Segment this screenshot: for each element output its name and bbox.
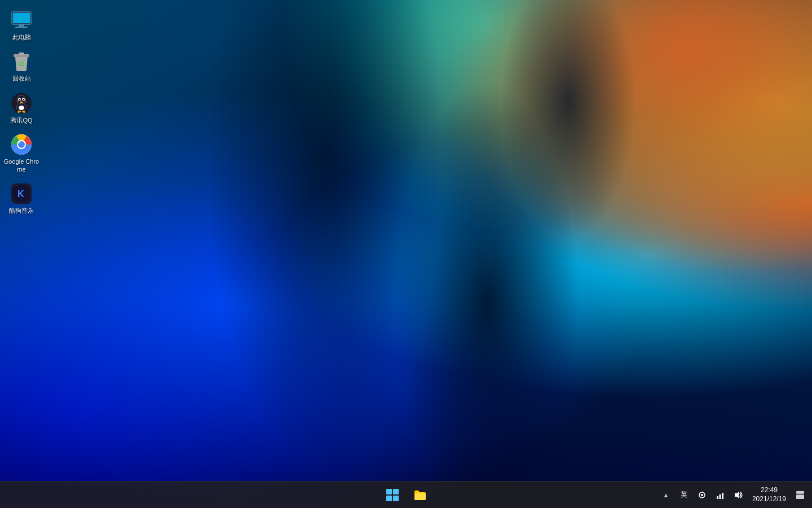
svg-rect-2: [19, 24, 24, 27]
svg-point-13: [17, 100, 19, 102]
network-button[interactable]: [713, 488, 727, 502]
volume-button[interactable]: [731, 488, 745, 502]
qq-icon-label: 腾讯QQ: [10, 116, 32, 124]
kuwo-music-icon: K: [10, 182, 33, 205]
svg-rect-35: [796, 493, 804, 494]
folder-icon: [413, 489, 426, 501]
svg-point-23: [19, 142, 21, 143]
recycle-icon-label: 回收站: [12, 75, 31, 82]
desktop-icon-qq[interactable]: 腾讯QQ: [0, 89, 43, 128]
notification-icon: [796, 491, 804, 499]
svg-rect-5: [19, 52, 24, 55]
qq-icon: [10, 92, 33, 115]
kuwo-icon-label: 酷狗音乐: [9, 207, 34, 214]
svg-point-11: [19, 99, 20, 100]
clock-area[interactable]: 22:49 2021/12/19: [749, 485, 789, 505]
desktop-icon-kuwo[interactable]: K 酷狗音乐: [0, 179, 43, 218]
svg-rect-31: [722, 493, 723, 499]
start-button[interactable]: [380, 483, 405, 507]
clock-date: 2021/12/19: [752, 495, 786, 504]
taskbar: ▲ 英: [0, 481, 812, 508]
svg-point-14: [24, 100, 26, 102]
computer-icon: [10, 9, 33, 32]
tray-overflow-button[interactable]: ▲: [659, 488, 673, 502]
computer-icon-label: 此电脑: [12, 33, 31, 41]
chrome-icon: [10, 133, 33, 156]
svg-point-28: [701, 494, 703, 496]
lang-label: 英: [681, 490, 687, 500]
settings-icon: [698, 491, 707, 500]
clock-time: 22:49: [761, 486, 778, 495]
chevron-up-icon: ▲: [663, 492, 669, 498]
volume-icon: [734, 491, 743, 500]
svg-point-17: [19, 106, 24, 110]
svg-point-15: [20, 101, 23, 103]
file-explorer-button[interactable]: [407, 483, 432, 507]
notification-center-button[interactable]: [793, 488, 807, 502]
windows-logo-icon: [386, 489, 399, 501]
svg-marker-32: [735, 492, 739, 498]
svg-rect-3: [15, 27, 28, 28]
desktop-icon-computer[interactable]: 此电脑: [0, 6, 43, 45]
ime-button[interactable]: [695, 488, 709, 502]
taskbar-right: ▲ 英: [659, 485, 807, 505]
svg-text:K: K: [17, 189, 24, 199]
language-indicator[interactable]: 英: [677, 488, 691, 502]
svg-rect-33: [796, 495, 804, 499]
svg-point-12: [23, 99, 24, 100]
desktop-icons-area: 此电脑 ♻ 回收站: [0, 0, 45, 224]
desktop-icon-chrome[interactable]: Google Chrome: [0, 130, 43, 177]
taskbar-center: [380, 483, 432, 507]
wallpaper: [0, 0, 812, 508]
desktop-icon-recycle[interactable]: ♻ 回收站: [0, 47, 43, 86]
svg-rect-29: [717, 496, 718, 499]
chrome-icon-label: Google Chrome: [2, 157, 41, 174]
desktop: 此电脑 ♻ 回收站: [0, 0, 812, 508]
svg-point-22: [18, 141, 25, 148]
svg-rect-34: [796, 491, 804, 493]
recycle-bin-icon: ♻: [10, 50, 33, 73]
network-icon: [716, 491, 725, 500]
svg-rect-30: [719, 494, 721, 499]
svg-text:♻: ♻: [18, 59, 25, 68]
svg-rect-1: [13, 13, 30, 23]
